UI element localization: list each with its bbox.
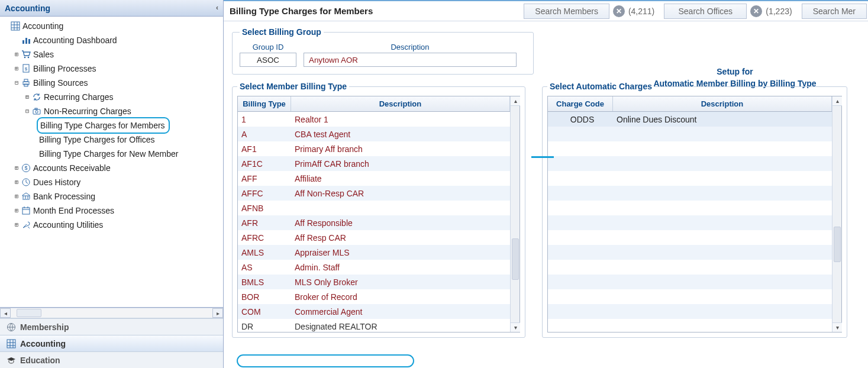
recurring-icon <box>32 92 41 102</box>
billing-types-legend: Select Member Billing Type <box>237 82 349 91</box>
table-row[interactable]: COMCommercial Agent <box>238 304 510 319</box>
search-offices-input[interactable]: Search Offices <box>664 4 747 19</box>
cell-description: Aff Responsible <box>291 218 510 228</box>
camera-icon <box>32 106 41 116</box>
sidebar-collapse-icon[interactable]: ‹ <box>216 4 218 12</box>
svg-rect-17 <box>35 108 37 109</box>
scroll-right-icon[interactable]: ▸ <box>212 308 223 318</box>
members-count: (4,211) <box>628 7 654 16</box>
expand-icon[interactable]: ⊞ <box>24 90 31 104</box>
scroll-thumb[interactable] <box>17 309 41 317</box>
expand-icon[interactable]: ⊞ <box>13 204 20 218</box>
sidebar-hscroll[interactable]: ◂ ▸ <box>0 308 223 318</box>
nav-education[interactable]: Education <box>0 351 223 368</box>
tree-label: Billing Type Charges for Offices <box>39 133 155 147</box>
group-desc-label: Description <box>391 43 429 51</box>
table-row[interactable]: AFNB <box>238 201 510 215</box>
table-row[interactable]: BORBroker of Record <box>238 289 510 304</box>
placeholder-text: Search Members <box>535 7 598 16</box>
table-row[interactable]: AFFAffiliate <box>238 171 510 186</box>
cell-billing-type: AMLS <box>238 248 291 257</box>
search-mer-input[interactable]: Search Mer <box>802 4 867 19</box>
nav-accounting[interactable]: Accounting <box>0 335 223 351</box>
tree-recurring-charges[interactable]: ⊞ Recurring Charges <box>2 90 223 104</box>
placeholder-text: Search Mer <box>813 7 856 16</box>
tree-btc-members[interactable]: Billing Type Charges for Members <box>2 118 223 133</box>
expand-icon[interactable]: ⊞ <box>13 161 20 175</box>
expand-icon[interactable]: ⊞ <box>13 218 20 232</box>
table-row[interactable]: BMLSMLS Only Broker <box>238 275 510 289</box>
col-charge-code[interactable]: Charge Code <box>548 96 613 111</box>
main: Billing Type Charges for Members Search … <box>224 0 868 368</box>
scroll-track[interactable] <box>11 308 212 318</box>
table-row[interactable]: 1Realtor 1 <box>238 112 510 127</box>
tree-btc-offices[interactable]: Billing Type Charges for Offices <box>2 133 223 147</box>
tree-billing-processes[interactable]: ⊞ $ Billing Processes <box>2 62 223 76</box>
highlight-oval-dr <box>237 354 414 367</box>
clear-members-icon[interactable]: ✕ <box>613 5 625 17</box>
collapse-icon[interactable]: ⊟ <box>24 104 31 118</box>
vscrollbar[interactable]: ▴ ▾ <box>510 96 519 332</box>
col-billing-type[interactable]: Billing Type <box>238 96 291 111</box>
vscrollbar[interactable]: ▴ ▾ <box>832 96 841 332</box>
scroll-up-icon[interactable]: ▴ <box>832 96 842 106</box>
table-row[interactable]: AFRAff Responsible <box>238 215 510 230</box>
tree-billing-sources[interactable]: ⊟ Billing Sources <box>2 76 223 90</box>
scroll-up-icon[interactable]: ▴ <box>511 96 520 106</box>
tree-sales[interactable]: ⊞ Sales <box>2 47 223 62</box>
nav-label: Membership <box>20 322 69 332</box>
tree-dues-history[interactable]: ⊞ Dues History <box>2 175 223 189</box>
table-row[interactable]: DRDesignated REALTOR <box>238 319 510 332</box>
table-row[interactable]: AFRCAff Resp CAR <box>238 230 510 245</box>
scroll-left-icon[interactable]: ◂ <box>0 308 11 318</box>
nav-membership[interactable]: Membership <box>0 318 223 335</box>
search-members-input[interactable]: Search Members <box>524 4 609 19</box>
tree-btc-new-member[interactable]: Billing Type Charges for New Member <box>2 147 223 161</box>
scroll-thumb[interactable] <box>512 238 519 280</box>
svg-rect-0 <box>11 22 20 30</box>
col-description[interactable]: Description <box>291 96 510 111</box>
page-title: Billing Type Charges for Members <box>230 6 373 16</box>
expand-icon[interactable]: ⊞ <box>13 62 20 76</box>
expand-icon[interactable]: ⊞ <box>13 47 20 62</box>
table-row[interactable]: AF1CPrimAff CAR branch <box>238 156 510 171</box>
cell-billing-type: AF1 <box>238 144 291 154</box>
table-row-empty <box>548 289 832 304</box>
table-row[interactable]: AFFCAff Non-Resp CAR <box>238 186 510 201</box>
tree-month-end[interactable]: ⊞ Month End Processes <box>2 204 223 218</box>
cell-billing-type: AFR <box>238 218 291 228</box>
scroll-down-icon[interactable]: ▾ <box>832 322 842 332</box>
collapse-icon[interactable]: ⊟ <box>13 76 20 90</box>
table-row[interactable]: ACBA test Agent <box>238 127 510 141</box>
cart-icon <box>21 50 31 59</box>
tree-non-recurring-charges[interactable]: ⊟ Non-Recurring Charges <box>2 104 223 118</box>
scroll-down-icon[interactable]: ▾ <box>511 322 520 332</box>
cell-billing-type: AF1C <box>238 159 291 169</box>
billing-group-legend: Select Billing Group <box>240 27 324 37</box>
group-id-input[interactable] <box>240 53 296 67</box>
cell-billing-type: AFFC <box>238 189 291 198</box>
auto-charges-fieldset: Select Automatic Charges Charge Code Des… <box>542 82 847 338</box>
col-description[interactable]: Description <box>613 96 832 111</box>
tree-bank-processing[interactable]: ⊞ Bank Processing <box>2 189 223 204</box>
clear-offices-icon[interactable]: ✕ <box>750 5 762 17</box>
cell-description: Broker of Record <box>291 292 510 302</box>
cell-billing-type: A <box>238 130 291 139</box>
tree-accounts-receivable[interactable]: ⊞ $ Accounts Receivable <box>2 161 223 175</box>
svg-text:$: $ <box>24 165 27 171</box>
cell-charge-code: ODDS <box>548 115 613 124</box>
table-row[interactable]: AF1Primary Aff branch <box>238 141 510 156</box>
tree-root-accounting[interactable]: Accounting <box>2 19 223 33</box>
table-row[interactable]: ASAdmin. Staff <box>238 260 510 275</box>
group-desc-input[interactable] <box>304 53 517 67</box>
expand-icon[interactable]: ⊞ <box>13 175 20 189</box>
scroll-thumb[interactable] <box>834 227 841 262</box>
connector-line <box>531 156 554 158</box>
tree-accounting-utilities[interactable]: ⊞ Accounting Utilities <box>2 218 223 232</box>
tree-accounting-dashboard[interactable]: Accounting Dashboard <box>2 33 223 47</box>
svg-rect-15 <box>33 109 40 114</box>
table-row[interactable]: ODDSOnline Dues Discount <box>548 112 832 127</box>
tree-label: Billing Type Charges for Members <box>37 117 170 134</box>
table-row[interactable]: AMLSAppraiser MLS <box>238 245 510 260</box>
expand-icon[interactable]: ⊞ <box>13 189 20 204</box>
